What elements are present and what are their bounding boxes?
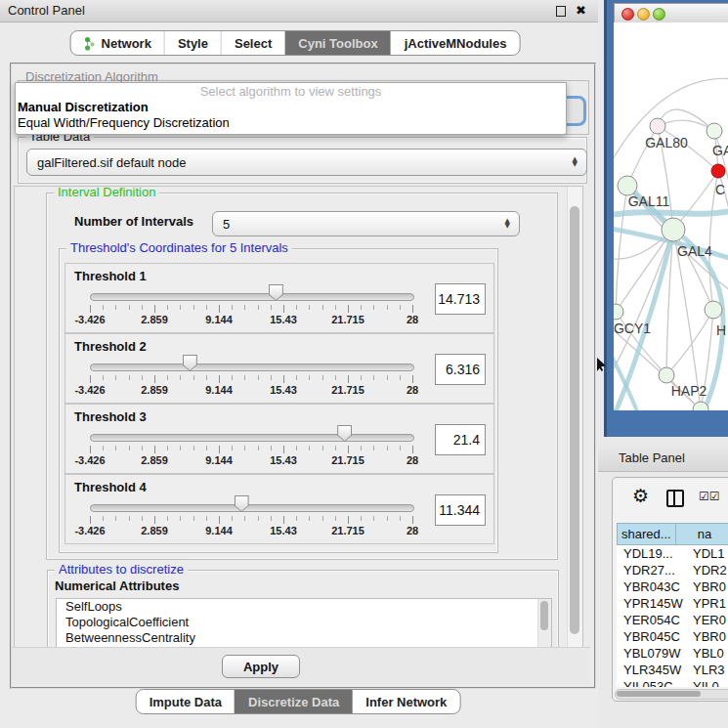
attributes-list-scrollbar[interactable] [537,599,551,649]
threshold-value-field[interactable]: 6.316 [435,354,486,385]
close-icon[interactable]: ✖ [576,0,586,21]
cell-name[interactable]: YDL1 [691,545,725,562]
table-row[interactable]: YIL053CYIL0 [617,678,728,687]
table-row[interactable]: YDL19...YDL1 [617,545,728,562]
cell-shared-name[interactable]: YER054C [617,612,691,628]
table-panel-titlebar[interactable]: Table Panel [598,445,728,472]
threshold-value-field[interactable]: 14.713 [435,283,486,315]
apply-button[interactable]: Apply [222,655,300,678]
cell-name[interactable]: YBR0 [691,578,726,595]
cell-shared-name[interactable]: YBR045C [617,628,691,645]
cell-name[interactable]: YBR0 [691,628,726,645]
cell-shared-name[interactable]: YIL053C [617,678,691,687]
threshold-value-field[interactable]: 11.344 [435,494,486,526]
column-header-shared-name[interactable]: shared... [617,523,676,545]
minimize-traffic-light-icon[interactable] [637,8,650,21]
slider-tick [154,516,155,524]
scrollbar-thumb[interactable] [540,601,548,630]
network-node-gal11[interactable] [618,176,637,195]
cell-name[interactable]: YER0 [691,612,726,628]
tab-label: Select [235,36,272,51]
cell-shared-name[interactable]: YLR345W [617,662,691,678]
attribute-item[interactable]: SelfLoops [57,599,551,615]
network-node-gal80[interactable] [650,118,665,134]
select-all-checkbox-icon[interactable]: ☑☑ [699,490,720,503]
table-row[interactable]: YER054CYER0 [617,612,728,628]
slider-tick [206,305,207,310]
threshold-slider-track[interactable] [90,504,414,512]
table-row[interactable]: YDR27...YDR2 [617,562,728,578]
threshold-slider-track[interactable] [90,434,414,442]
table-horizontal-scrollbar[interactable] [615,689,728,700]
scrollbar-thumb[interactable] [617,691,701,697]
network-node-label: C [715,182,725,197]
network-node-gal4[interactable] [662,218,685,241]
column-header-name[interactable]: na [676,523,728,545]
cell-shared-name[interactable]: YBR043C [617,578,691,595]
tab-jactivemnodules[interactable]: jActiveMNodules [391,31,520,55]
network-node-c[interactable] [711,164,725,178]
slider-tick [412,305,413,313]
slider-ticks [90,446,413,454]
cell-shared-name[interactable]: YBL079W [617,645,691,662]
cell-shared-name[interactable]: YDL19... [617,545,691,562]
network-window-titlebar[interactable] [614,3,728,24]
numerical-attributes-list[interactable]: SelfLoopsTopologicalCoefficientBetweenne… [56,598,552,649]
cell-name[interactable]: YLR3 [691,662,725,678]
threshold-slider-track[interactable] [90,364,414,371]
settings-vertical-scrollbar[interactable] [567,187,582,648]
slider-tick-labels: -3.4262.8599.14415.4321.71528 [90,525,413,536]
slider-tick-label: 21.715 [322,314,373,325]
network-canvas[interactable]: GAL80GALCGAL11GAL4GCY1HHAP2 [614,22,728,410]
slider-tick-label: -3.426 [64,384,115,396]
slider-tick [142,305,143,310]
cell-shared-name[interactable]: YDR27... [617,562,691,578]
tab-cyni-toolbox[interactable]: Cyni Toolbox [284,31,390,55]
threshold-value-field[interactable]: 21.4 [435,424,486,455]
cell-name[interactable]: YDR2 [691,562,727,578]
cell-name[interactable]: YPR1 [691,595,726,612]
dropdown-prompt-option[interactable]: Select algorithm to view settings [16,83,566,100]
table-row[interactable]: YPR145WYPR1 [617,595,728,612]
cell-shared-name[interactable]: YPR145W [617,595,691,612]
scrollbar-thumb[interactable] [570,206,579,634]
number-of-intervals-combo[interactable]: 5 ▲▼ [212,211,520,236]
float-window-icon[interactable] [556,6,566,17]
slider-tick [103,446,104,450]
attribute-item[interactable]: TopologicalCoefficient [57,615,551,630]
cell-name[interactable]: YIL0 [691,678,719,687]
dropdown-option-equal-width[interactable]: Equal Width/Frequency Discretization [16,115,566,131]
zoom-traffic-light-icon[interactable] [653,8,665,21]
network-node-hap2[interactable] [659,367,674,383]
slider-tick-labels: -3.4262.8599.14415.4321.71528 [90,314,413,325]
cell-name[interactable]: YBL0 [691,645,724,662]
network-node-h[interactable] [705,301,722,319]
tab-infer-network[interactable]: Infer Network [352,690,459,713]
table-data-combo[interactable]: galFiltered.sif default node ▲▼ [26,149,587,176]
slider-tick [129,305,130,310]
table-row[interactable]: YBL079WYBL0 [617,645,728,662]
slider-tick [193,516,194,521]
tab-discretize-data[interactable]: Discretize Data [235,690,352,713]
control-panel-titlebar[interactable]: Control Panel ✖ [0,0,598,22]
tab-style[interactable]: Style [164,31,221,55]
dropdown-option-manual[interactable]: Manual Discretization [16,100,566,115]
network-node-gal[interactable] [707,123,722,139]
slider-tick [258,375,259,380]
tab-impute-data[interactable]: Impute Data [137,690,235,713]
attribute-item[interactable]: BetweennessCentrality [57,630,551,646]
slider-tick [90,375,91,383]
slider-ticks [90,375,413,384]
tab-network[interactable]: Network [71,31,164,55]
table-row[interactable]: YBR045CYBR0 [617,628,728,645]
threshold-slider-track[interactable] [90,293,414,301]
gear-icon[interactable]: ⚙ [632,485,649,506]
network-node-label: GAL [712,143,728,158]
table-row[interactable]: YBR043CYBR0 [617,578,728,595]
slider-tick [296,375,297,380]
close-traffic-light-icon[interactable] [621,8,634,21]
network-node-gcy1[interactable] [614,304,623,320]
table-row[interactable]: YLR345WYLR3 [617,662,728,678]
split-columns-icon[interactable] [666,490,684,507]
tab-select[interactable]: Select [221,31,284,55]
